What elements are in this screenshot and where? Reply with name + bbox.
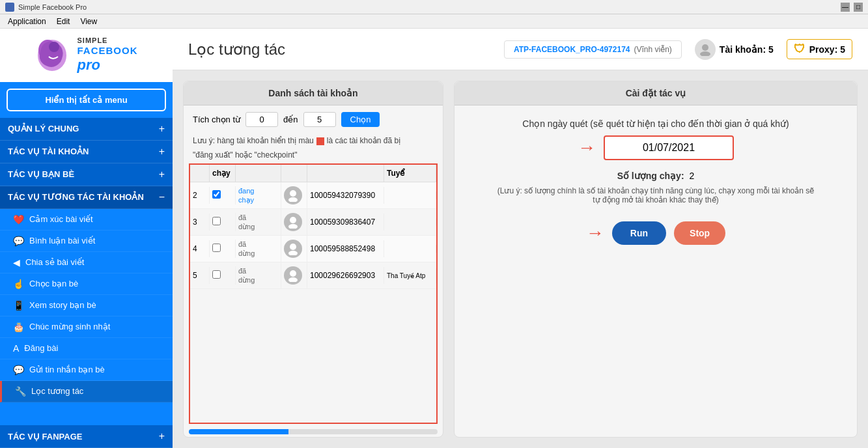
row-col-3 bbox=[384, 218, 436, 226]
shield-icon: 🛡 bbox=[794, 42, 805, 56]
red-arrow-date: → bbox=[578, 137, 596, 158]
sidebar-item-binh-luan-bai-viet[interactable]: 💬 Bình luận bài viết bbox=[0, 231, 173, 252]
svg-point-11 bbox=[290, 270, 296, 277]
plus-icon-fanpage: + bbox=[159, 430, 165, 442]
th-chay: chạy bbox=[210, 165, 236, 182]
sidebar-item-dang-bai[interactable]: A Đăng bài bbox=[0, 338, 173, 359]
warning-text: Lưu ý: hàng tài khoản hiển thị màu là cá… bbox=[184, 133, 443, 150]
row-check-2[interactable] bbox=[210, 186, 236, 204]
avatar-4 bbox=[284, 240, 302, 258]
warning-prefix: Lưu ý: hàng tài khoản hiển thị màu bbox=[193, 136, 314, 145]
row-num-4: 4 bbox=[190, 240, 210, 257]
svg-point-5 bbox=[290, 190, 296, 197]
sidebar-item-gui-tin-nhan[interactable]: 💬 Gửi tin nhắn bạn bè bbox=[0, 359, 173, 381]
plus-icon-0: + bbox=[159, 123, 165, 135]
row-num-3: 3 bbox=[190, 214, 210, 231]
th-tuyen: Tuyể bbox=[384, 165, 436, 182]
sidebar-section-quan-ly-chung-label: QUẢN LÝ CHUNG bbox=[8, 124, 79, 133]
sidebar-item-xem-story[interactable]: 📱 Xem story bạn bè bbox=[0, 295, 173, 316]
sidebar-item-chia-se-bai-viet[interactable]: ◀ Chia sẻ bài viết bbox=[0, 252, 173, 273]
status-stopped-5: đãdừng bbox=[238, 267, 255, 284]
license-type: (Vĩnh viễn) bbox=[634, 45, 671, 54]
sidebar-section-tac-vu-tuong-tac-label: TÁC VỤ TƯƠNG TÁC TÀI KHOẢN bbox=[8, 192, 144, 202]
checkbox-5[interactable] bbox=[212, 270, 221, 279]
scrollbar-indicator[interactable] bbox=[189, 429, 438, 434]
share-icon: ◀ bbox=[13, 257, 20, 268]
sidebar-section-tac-vu-tai-khoan-label: TÁC VỤ TÀI KHOẢN bbox=[8, 147, 89, 156]
row-avatar-3 bbox=[281, 209, 307, 235]
svg-point-2 bbox=[49, 42, 59, 52]
sidebar-item-binh-luan-label: Bình luận bài viết bbox=[29, 236, 95, 245]
title-bar-title: Simple Facebook Pro bbox=[18, 3, 841, 11]
row-num-5: 5 bbox=[190, 267, 210, 284]
date-section: Chọn ngày quét (sẽ quét từ hiện tại cho … bbox=[481, 119, 831, 160]
sidebar-item-cam-xuc-bai-viet[interactable]: ❤️ Cảm xúc bài viết bbox=[0, 209, 173, 231]
avatar-2 bbox=[284, 186, 302, 204]
proxy-label: Proxy: 5 bbox=[809, 44, 845, 55]
logo-icon bbox=[35, 37, 70, 73]
checkbox-2[interactable] bbox=[212, 190, 221, 199]
sidebar-item-gui-tin-label: Gửi tin nhắn bạn bè bbox=[29, 365, 105, 374]
chon-button[interactable]: Chọn bbox=[341, 112, 380, 127]
count-value: 2 bbox=[690, 171, 695, 181]
date-arrow-row: → bbox=[578, 135, 734, 160]
from-input[interactable] bbox=[245, 112, 278, 127]
svg-point-3 bbox=[702, 44, 708, 51]
sidebar-item-loc-tuong-tac[interactable]: 🔧 Lọc tương tác bbox=[0, 381, 173, 402]
warning-square bbox=[316, 137, 324, 145]
date-input[interactable] bbox=[604, 135, 734, 160]
license-badge: ATP-FACEBOOK_PRO-4972174 (Vĩnh viễn) bbox=[504, 40, 682, 59]
sidebar-item-story-label: Xem story bạn bè bbox=[29, 300, 96, 310]
account-info: Tài khoản: 5 bbox=[695, 39, 774, 60]
table-header: chạy Tuyể bbox=[190, 165, 436, 182]
sidebar-section-fanpage[interactable]: TÁC VỤ FANPAGE + bbox=[0, 425, 173, 448]
svg-point-12 bbox=[288, 277, 298, 282]
menu-application[interactable]: Application bbox=[3, 16, 51, 27]
menu-view[interactable]: View bbox=[75, 16, 102, 27]
stop-button[interactable]: Stop bbox=[674, 221, 725, 245]
logo-simple: SIMPLE bbox=[77, 36, 137, 45]
row-status-2: đangchạy bbox=[236, 182, 281, 208]
to-input[interactable] bbox=[303, 112, 336, 127]
right-panel-header: Cài đặt tác vụ bbox=[455, 81, 857, 105]
row-col-5: Tha Tuyề Atp bbox=[384, 268, 436, 283]
row-check-5[interactable] bbox=[210, 266, 236, 285]
menu-bar: Application Edit View bbox=[0, 14, 868, 29]
sidebar-section-tac-vu-tai-khoan[interactable]: TÁC VỤ TÀI KHOẢN + bbox=[0, 141, 173, 163]
sidebar-section-tac-vu-ban-be-label: TÁC VỤ BẠN BÈ bbox=[8, 169, 74, 179]
sidebar-item-choc-ban-be[interactable]: ☝ Chọc bạn bè bbox=[0, 273, 173, 295]
row-id-4: 100059588852498 bbox=[307, 240, 384, 257]
logo-area: SIMPLE FACEBOOK pro bbox=[0, 29, 173, 82]
minimize-button[interactable]: — bbox=[841, 3, 850, 12]
checkbox-3[interactable] bbox=[212, 217, 221, 225]
show-all-menu-button[interactable]: Hiển thị tất cả menu bbox=[7, 89, 166, 111]
filter-icon: 🔧 bbox=[15, 386, 26, 397]
count-note: (Lưu ý: số lượng chính là số tài khoản c… bbox=[493, 186, 819, 204]
row-id-3: 100059309836407 bbox=[307, 214, 384, 231]
svg-point-10 bbox=[288, 251, 298, 255]
plus-icon-1: + bbox=[159, 146, 165, 158]
top-bar: Lọc tương tác ATP-FACEBOOK_PRO-4972174 (… bbox=[173, 29, 868, 70]
row-check-3[interactable] bbox=[210, 213, 236, 231]
maximize-button[interactable]: □ bbox=[854, 3, 863, 12]
main-content: Lọc tương tác ATP-FACEBOOK_PRO-4972174 (… bbox=[173, 29, 868, 448]
sidebar-section-quan-ly-chung[interactable]: QUẢN LÝ CHUNG + bbox=[0, 118, 173, 141]
button-row: → Run Stop bbox=[481, 221, 831, 245]
row-check-4[interactable] bbox=[210, 240, 236, 258]
table-row: 2 đangchạy 100059432079390 bbox=[190, 182, 436, 209]
sidebar-item-chuc-mung[interactable]: 🎂 Chúc mừng sinh nhật bbox=[0, 316, 173, 338]
count-label: Số lượng chạy: bbox=[617, 171, 684, 181]
app-icon bbox=[5, 3, 14, 12]
row-id-2: 100059432079390 bbox=[307, 187, 384, 204]
account-label: Tài khoản: 5 bbox=[720, 44, 774, 55]
menu-edit[interactable]: Edit bbox=[51, 16, 76, 27]
sidebar-section-tac-vu-ban-be[interactable]: TÁC VỤ BẠN BÈ + bbox=[0, 163, 173, 186]
sidebar-item-chuc-mung-label: Chúc mừng sinh nhật bbox=[29, 322, 110, 331]
run-button[interactable]: Run bbox=[612, 221, 666, 245]
svg-point-6 bbox=[288, 197, 298, 202]
checkbox-4[interactable] bbox=[212, 244, 221, 252]
sidebar-item-choc-label: Chọc bạn bè bbox=[29, 279, 78, 288]
th-num bbox=[190, 165, 210, 182]
sidebar-item-cam-xuc-label: Cảm xúc bài viết bbox=[29, 214, 93, 224]
sidebar-section-tac-vu-tuong-tac[interactable]: TÁC VỤ TƯƠNG TÁC TÀI KHOẢN − bbox=[0, 186, 173, 209]
